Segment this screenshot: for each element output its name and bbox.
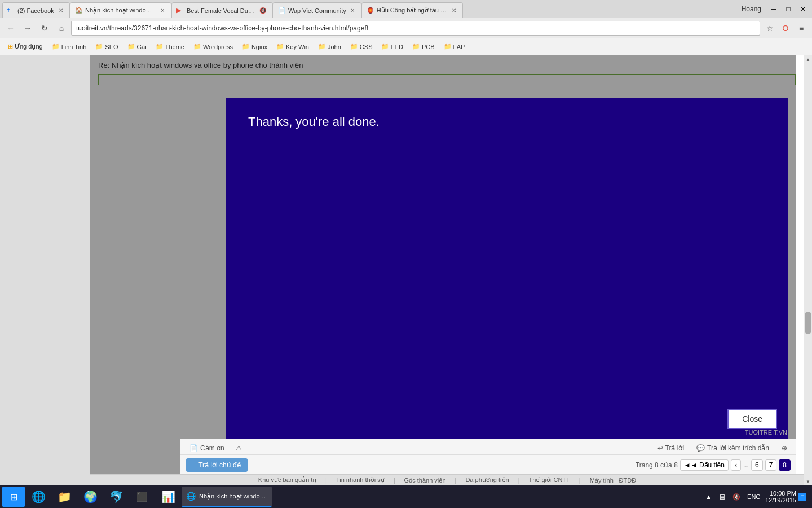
- minimize-button[interactable]: ─: [767, 3, 780, 15]
- taskbar-chrome[interactable]: 🌍: [78, 487, 103, 507]
- reply-thread-button[interactable]: + Trả lời chủ đề: [186, 458, 248, 472]
- bookmark-pcb-label: PCB: [422, 43, 435, 50]
- browser-close-button[interactable]: ✕: [796, 3, 810, 15]
- taskbar-running-browser[interactable]: 🌐 Nhận kích hoạt windows v...: [182, 487, 272, 507]
- tab-title-4: Wap Viet Community: [288, 7, 346, 14]
- address-bar[interactable]: [71, 21, 760, 36]
- keywin-folder-icon: 📁: [276, 43, 284, 50]
- taskbar-terminal[interactable]: ⬛: [130, 487, 155, 507]
- watermark: TUOITREIT.VN: [745, 429, 787, 436]
- pagination-page7[interactable]: 7: [765, 459, 777, 471]
- clock-time: 10:08 PM: [765, 490, 796, 497]
- taskbar-ie[interactable]: 🌐: [26, 487, 51, 507]
- report-button[interactable]: ⚠: [232, 443, 245, 454]
- bookmark-lap[interactable]: 📁 LAP: [440, 42, 469, 51]
- tab-favicon-5: 🏮: [367, 7, 374, 15]
- bookmark-gai-label: Gái: [137, 43, 147, 50]
- scrollbar-thumb[interactable]: [805, 312, 811, 334]
- bookmark-seo[interactable]: 📁 SEO: [92, 42, 121, 51]
- more-actions-button[interactable]: ⊕: [778, 443, 791, 454]
- linhtinh-folder-icon: 📁: [52, 43, 60, 50]
- tab-wapviet[interactable]: 📄 Wap Viet Community ✕: [273, 2, 361, 18]
- bookmark-pcb[interactable]: 📁 PCB: [409, 42, 438, 51]
- bookmark-theme[interactable]: 📁 Theme: [152, 42, 188, 51]
- footer-link-1[interactable]: Khu vực ban quản trị: [258, 476, 316, 484]
- bookmark-john[interactable]: 📁 John: [315, 42, 345, 51]
- bookmark-apps[interactable]: ⊞ Ứng dụng: [5, 42, 46, 51]
- nav-right-buttons: ☆ O ≡: [762, 21, 809, 36]
- pagination-page6[interactable]: 6: [751, 459, 763, 471]
- footer-sep-3: |: [455, 477, 457, 484]
- forward-button[interactable]: →: [20, 21, 35, 36]
- john-folder-icon: 📁: [318, 43, 326, 50]
- explorer-icon: 📁: [58, 490, 72, 503]
- quote-icon: 💬: [696, 444, 705, 452]
- pagination-prev[interactable]: ‹: [731, 459, 741, 471]
- taskbar-clock[interactable]: 10:08 PM 12/19/2015: [765, 490, 796, 503]
- menu-button[interactable]: ≡: [794, 21, 809, 36]
- tab-youtube[interactable]: ▶ Best Female Vocal Dub... 🔇: [171, 2, 273, 18]
- office-icon: 📊: [161, 490, 175, 503]
- bookmark-css[interactable]: 📁 CSS: [347, 42, 376, 51]
- bookmark-john-label: John: [328, 43, 341, 50]
- opera-button[interactable]: O: [778, 21, 793, 36]
- tab-close-4[interactable]: ✕: [348, 7, 356, 14]
- reply-with-quote-button[interactable]: 💬 Trả lời kèm trích dẫn: [693, 443, 773, 454]
- scrollbar-down-button[interactable]: ▼: [804, 478, 812, 485]
- bookmark-nginx[interactable]: 📁 Nginx: [239, 42, 271, 51]
- taskbar-sys-tray: ▲ 🖥 🔇 ENG 10:08 PM 12/19/2015 □: [700, 490, 810, 503]
- tabs-area: f (2) Facebook ✕ 🏠 Nhận kích hoạt window…: [2, 0, 742, 18]
- sys-arrow-icon[interactable]: ▲: [703, 492, 714, 501]
- apps-folder-icon: ⊞: [8, 43, 13, 50]
- tab-title-1: (2) Facebook: [17, 7, 55, 14]
- reload-button[interactable]: ↻: [37, 21, 52, 36]
- start-button[interactable]: ⊞: [2, 487, 25, 507]
- lang-label[interactable]: ENG: [745, 492, 763, 501]
- modal-close-button[interactable]: Close: [727, 409, 777, 429]
- tab-close-3[interactable]: 🔇: [258, 7, 268, 14]
- scrollbar-track[interactable]: [804, 63, 812, 478]
- maximize-button[interactable]: □: [782, 3, 795, 15]
- bookmark-linhtinh[interactable]: 📁 Linh Tinh: [48, 42, 90, 51]
- reply-area: + Trả lời chủ đề Trang 8 của 8 ◄◄ Đầu ti…: [180, 454, 796, 475]
- footer-link-6[interactable]: Máy tính - ĐTDĐ: [590, 477, 637, 484]
- tab-title-3: Best Female Vocal Dub...: [187, 7, 255, 14]
- notification-button[interactable]: □: [798, 493, 806, 501]
- thanks-button[interactable]: 📄 Cảm ơn: [186, 443, 228, 454]
- scrollbar-up-button[interactable]: ▲: [804, 55, 812, 63]
- taskbar-app4[interactable]: 🐬: [104, 487, 129, 507]
- pagination-label: Trang 8 của 8: [636, 461, 678, 469]
- reply-button[interactable]: ↩ Trả lời: [654, 443, 688, 454]
- bookmark-wordpress-label: Wordpress: [203, 43, 233, 50]
- tab-huucong[interactable]: 🏮 Hữu Công bất ngờ tàu mà... ✕: [361, 2, 463, 18]
- thanks-label: Cảm ơn: [200, 444, 224, 452]
- tab-close-2[interactable]: ✕: [158, 7, 166, 14]
- footer-link-5[interactable]: Thế giới CNTT: [529, 476, 570, 484]
- tab-close-1[interactable]: ✕: [57, 7, 65, 14]
- title-bar-controls: ─ □ ✕: [767, 3, 810, 15]
- tab-close-5[interactable]: ✕: [450, 7, 458, 14]
- bookmark-led[interactable]: 📁 LED: [378, 42, 406, 51]
- bookmark-nginx-label: Nginx: [251, 43, 267, 50]
- bookmark-gai[interactable]: 📁 Gái: [124, 42, 150, 51]
- bookmark-wordpress[interactable]: 📁 Wordpress: [190, 42, 236, 51]
- mute-icon[interactable]: 🔇: [730, 492, 743, 502]
- bookmark-star-button[interactable]: ☆: [762, 21, 777, 36]
- footer-link-2[interactable]: Tin nhanh thời sự: [336, 476, 385, 484]
- footer-sep-4: |: [518, 477, 520, 484]
- pagination-first[interactable]: ◄◄ Đầu tiên: [680, 459, 729, 471]
- report-icon: ⚠: [236, 444, 242, 452]
- taskbar-explorer[interactable]: 📁: [52, 487, 77, 507]
- back-button[interactable]: ←: [3, 21, 18, 36]
- bookmark-keywin[interactable]: 📁 Key Win: [273, 42, 312, 51]
- tab-tuoitreit[interactable]: 🏠 Nhận kích hoạt windows v... ✕: [70, 2, 171, 18]
- home-button[interactable]: ⌂: [54, 21, 69, 36]
- pagination-page8[interactable]: 8: [779, 459, 791, 471]
- footer-link-3[interactable]: Góc thành viên: [404, 477, 446, 484]
- network-icon[interactable]: 🖥: [716, 492, 728, 502]
- tab-facebook[interactable]: f (2) Facebook ✕: [2, 2, 70, 18]
- taskbar-office[interactable]: 📊: [156, 487, 180, 507]
- gai-folder-icon: 📁: [127, 43, 135, 50]
- footer-link-4[interactable]: Đa phương tiện: [465, 476, 509, 484]
- scrollbar[interactable]: ▲ ▼: [804, 55, 812, 485]
